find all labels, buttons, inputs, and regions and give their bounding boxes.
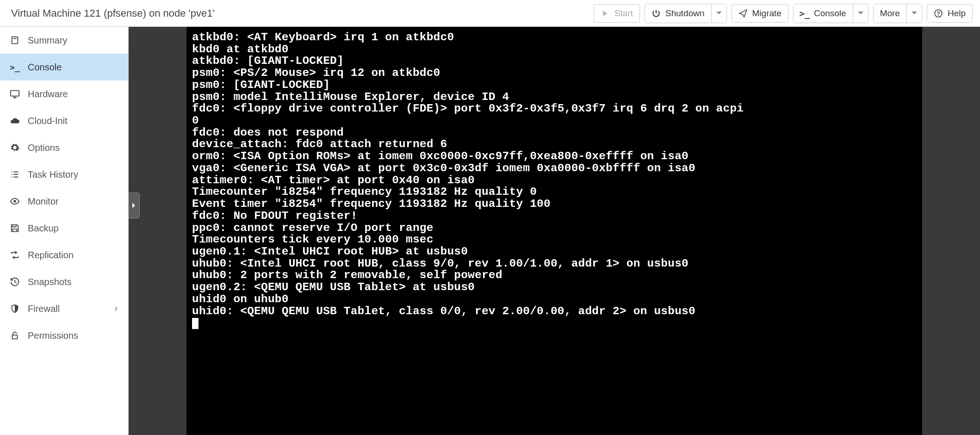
sidebar-item-label: Monitor bbox=[28, 196, 59, 207]
help-button[interactable]: ? Help bbox=[927, 4, 973, 23]
sidebar-item-firewall[interactable]: Firewall bbox=[0, 295, 128, 322]
migrate-button[interactable]: Migrate bbox=[732, 4, 788, 23]
console-button[interactable]: >_ Console bbox=[794, 4, 853, 23]
start-button-label: Start bbox=[614, 8, 633, 19]
migrate-button-label: Migrate bbox=[752, 8, 782, 19]
main-area: Summary >_ Console Hardware Cloud-Init O… bbox=[0, 27, 980, 435]
sidebar-item-permissions[interactable]: Permissions bbox=[0, 322, 128, 349]
monitor-icon bbox=[9, 88, 20, 99]
sidebar-item-task-history[interactable]: Task History bbox=[0, 161, 128, 188]
sidebar-item-label: Summary bbox=[28, 35, 68, 46]
sidebar-item-hardware[interactable]: Hardware bbox=[0, 81, 128, 107]
sidebar-item-label: Replication bbox=[28, 250, 74, 261]
sidebar-item-label: Console bbox=[28, 62, 62, 73]
console-button-label: Console bbox=[814, 8, 846, 19]
power-icon bbox=[651, 9, 661, 18]
cloud-icon bbox=[9, 115, 20, 126]
save-icon bbox=[9, 223, 20, 234]
paper-plane-icon bbox=[738, 9, 748, 18]
sidebar-item-cloud-init[interactable]: Cloud-Init bbox=[0, 107, 128, 134]
chevron-down-icon bbox=[858, 12, 863, 15]
more-caret[interactable] bbox=[906, 4, 922, 23]
shield-icon bbox=[9, 303, 20, 314]
shutdown-caret[interactable] bbox=[711, 4, 726, 23]
chevron-down-icon bbox=[716, 12, 722, 15]
sidebar-item-options[interactable]: Options bbox=[0, 134, 128, 161]
eye-icon bbox=[9, 196, 20, 207]
sidebar-item-label: Cloud-Init bbox=[28, 116, 68, 126]
sidebar-item-label: Hardware bbox=[28, 89, 68, 99]
sidebar-item-replication[interactable]: Replication bbox=[0, 242, 128, 268]
sidebar-item-label: Snapshots bbox=[28, 277, 72, 287]
content-area: atkbd0: <AT Keyboard> irq 1 on atkbdc0 k… bbox=[129, 27, 980, 435]
sidebar-item-snapshots[interactable]: Snapshots bbox=[0, 268, 128, 295]
more-button-group: More bbox=[873, 4, 922, 23]
console-button-group: >_ Console bbox=[793, 4, 868, 23]
play-icon bbox=[601, 9, 610, 18]
retweet-icon bbox=[9, 249, 20, 261]
vm-console-terminal[interactable]: atkbd0: <AT Keyboard> irq 1 on atkbdc0 k… bbox=[186, 27, 922, 435]
more-button-label: More bbox=[880, 8, 900, 19]
sidebar-item-label: Task History bbox=[28, 169, 78, 180]
vm-header: Virtual Machine 121 (pfsense) on node 'p… bbox=[0, 0, 980, 27]
sidebar-item-label: Options bbox=[28, 143, 60, 153]
console-caret[interactable] bbox=[853, 4, 868, 23]
caret-right-icon bbox=[132, 203, 136, 208]
terminal-icon: >_ bbox=[9, 62, 20, 73]
shutdown-button-label: Shutdown bbox=[665, 8, 705, 19]
shutdown-button-group: Shutdown bbox=[645, 4, 727, 23]
gear-icon bbox=[9, 142, 20, 153]
chevron-down-icon bbox=[912, 12, 917, 15]
sidebar-item-console[interactable]: >_ Console bbox=[0, 54, 128, 81]
header-button-group: Start Shutdown Migrate >_ bbox=[594, 4, 973, 23]
terminal-icon: >_ bbox=[800, 9, 809, 18]
page-title: Virtual Machine 121 (pfsense) on node 'p… bbox=[11, 7, 215, 19]
sidebar-item-monitor[interactable]: Monitor bbox=[0, 188, 128, 215]
svg-text:?: ? bbox=[937, 10, 940, 17]
sidebar-toggle-tab[interactable] bbox=[129, 193, 140, 218]
sidebar: Summary >_ Console Hardware Cloud-Init O… bbox=[0, 27, 129, 435]
help-button-label: Help bbox=[948, 8, 966, 19]
svg-rect-2 bbox=[11, 91, 19, 96]
list-icon bbox=[9, 169, 20, 180]
book-icon bbox=[9, 35, 20, 46]
sidebar-item-label: Backup bbox=[28, 223, 59, 234]
history-icon bbox=[9, 276, 20, 287]
svg-point-3 bbox=[13, 200, 16, 203]
sidebar-item-label: Permissions bbox=[28, 330, 78, 341]
sidebar-item-label: Firewall bbox=[28, 304, 60, 314]
shutdown-button[interactable]: Shutdown bbox=[645, 4, 711, 23]
sidebar-item-backup[interactable]: Backup bbox=[0, 215, 128, 242]
sidebar-item-summary[interactable]: Summary bbox=[0, 27, 128, 54]
unlock-icon bbox=[9, 330, 20, 341]
start-button[interactable]: Start bbox=[594, 4, 640, 23]
help-icon: ? bbox=[934, 9, 943, 18]
terminal-cursor bbox=[192, 318, 198, 329]
more-button[interactable]: More bbox=[874, 4, 906, 23]
chevron-right-icon bbox=[115, 306, 119, 311]
